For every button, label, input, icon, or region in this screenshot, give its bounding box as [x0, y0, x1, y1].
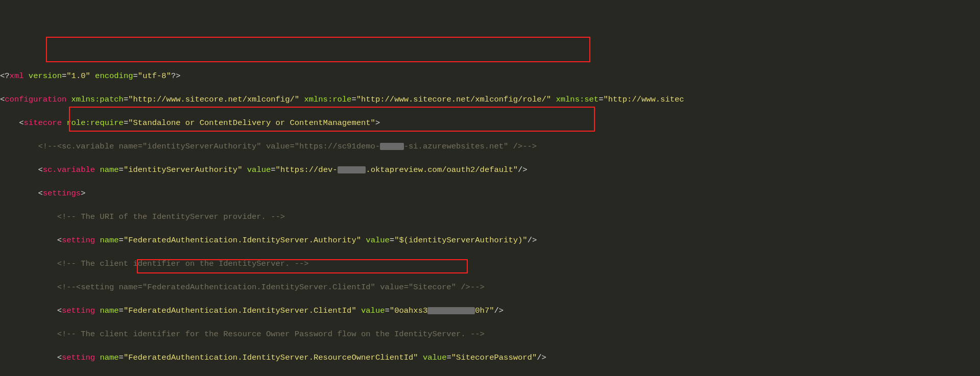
settings-open: <settings>: [0, 188, 980, 199]
scvariable-commented: <!--<sc.variable name="identityServerAut…: [0, 141, 980, 153]
setting-resowner: <setting name="FederatedAuthentication.I…: [0, 352, 980, 364]
xml-code-block: <?xml version="1.0" encoding="utf-8"?> <…: [0, 59, 980, 376]
comment-client: <!-- The client identifier on the Identi…: [0, 258, 980, 270]
comment-uri: <!-- The URI of the IdentityServer provi…: [0, 211, 980, 223]
setting-clientid-active: <setting name="FederatedAuthentication.I…: [0, 305, 980, 317]
comment-resowner: <!-- The client identifier for the Resou…: [0, 329, 980, 340]
setting-authority: <setting name="FederatedAuthentication.I…: [0, 235, 980, 246]
setting-clientid-commented: <!--<setting name="FederatedAuthenticati…: [0, 282, 980, 293]
configuration-open: <configuration xmlns:patch="http://www.s…: [0, 94, 980, 106]
scvariable-active: <sc.variable name="identityServerAuthori…: [0, 164, 980, 176]
sitecore-open: <sitecore role:require="Standalone or Co…: [0, 117, 980, 129]
xml-declaration: <?xml version="1.0" encoding="utf-8"?>: [0, 70, 980, 82]
